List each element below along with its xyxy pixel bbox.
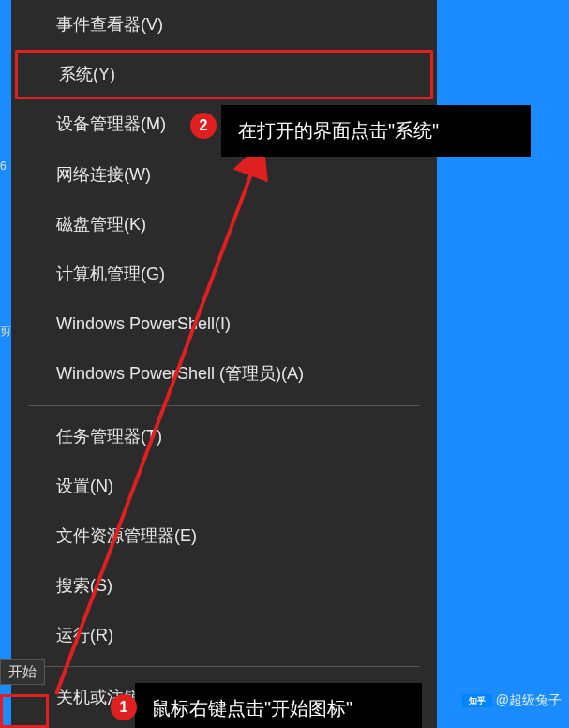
badge-number: 2 — [200, 117, 208, 134]
menu-label: 设置(N) — [56, 477, 113, 495]
zhihu-watermark: 知乎 @超级兔子 — [462, 692, 562, 709]
start-label: 开始 — [8, 663, 37, 681]
menu-item-disk-management[interactable]: 磁盘管理(K) — [11, 200, 437, 250]
tooltip-text: 鼠标右键点击"开始图标" — [152, 698, 352, 719]
annotation-tooltip-2: 在打开的界面点击"系统" — [221, 105, 531, 157]
menu-label: 计算机管理(G) — [56, 265, 165, 283]
taskbar-start-tooltip: 开始 — [0, 659, 45, 685]
tooltip-text: 在打开的界面点击"系统" — [238, 120, 439, 141]
menu-item-settings[interactable]: 设置(N) — [11, 462, 437, 511]
menu-label: 磁盘管理(K) — [56, 215, 146, 234]
step-badge-2: 2 — [190, 113, 217, 139]
menu-label: 搜索(S) — [56, 576, 112, 595]
menu-item-system[interactable]: 系统(Y) — [15, 50, 433, 99]
menu-item-file-explorer[interactable]: 文件资源管理器(E) — [11, 511, 437, 561]
menu-label: 任务管理器(T) — [56, 427, 162, 446]
menu-item-powershell-admin[interactable]: Windows PowerShell (管理员)(A) — [11, 349, 437, 399]
menu-label: 运行(R) — [56, 626, 113, 645]
watermark-user: @超级兔子 — [496, 692, 562, 709]
zhihu-logo-icon: 知乎 — [462, 694, 492, 707]
step-badge-1: 1 — [111, 694, 137, 720]
menu-item-network-connections[interactable]: 网络连接(W) — [11, 150, 437, 200]
badge-number: 1 — [120, 699, 128, 716]
menu-label: Windows PowerShell(I) — [56, 314, 231, 333]
menu-label: 网络连接(W) — [56, 165, 151, 184]
menu-item-powershell[interactable]: Windows PowerShell(I) — [11, 299, 437, 349]
menu-label: 事件查看器(V) — [56, 15, 163, 34]
menu-separator — [28, 666, 420, 667]
menu-item-task-manager[interactable]: 任务管理器(T) — [11, 412, 437, 462]
menu-item-run[interactable]: 运行(R) — [11, 611, 437, 660]
menu-label: 文件资源管理器(E) — [56, 526, 197, 545]
menu-item-computer-management[interactable]: 计算机管理(G) — [11, 250, 437, 299]
menu-label: Windows PowerShell (管理员)(A) — [56, 364, 304, 383]
menu-item-event-viewer[interactable]: 事件查看器(V) — [11, 0, 437, 50]
menu-label: 设备管理器(M) — [56, 114, 166, 133]
annotation-tooltip-1: 鼠标右键点击"开始图标" — [135, 683, 422, 728]
menu-label: 系统(Y) — [59, 65, 115, 83]
menu-item-search[interactable]: 搜索(S) — [11, 561, 437, 611]
left-edge-char: 剪 — [0, 324, 11, 340]
start-button-highlight[interactable] — [0, 694, 49, 728]
menu-separator — [28, 405, 420, 406]
left-edge-number: 6 — [0, 159, 7, 173]
